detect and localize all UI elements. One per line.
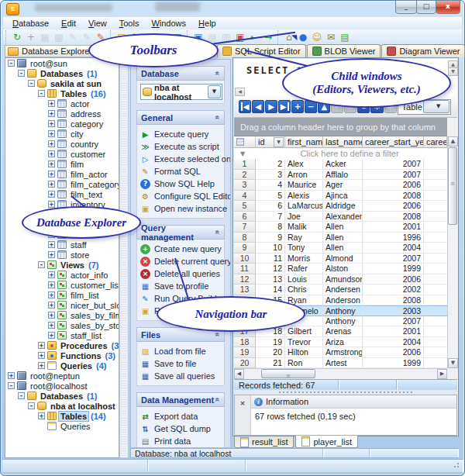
cell-rownum[interactable]: 20 xyxy=(234,358,256,369)
resize-grip[interactable] xyxy=(452,462,459,469)
export-icon[interactable]: ▤ xyxy=(338,31,352,44)
cell-first-name[interactable]: Gilbert xyxy=(285,326,323,337)
scroll-right-button[interactable]: ▶ xyxy=(437,369,447,379)
cell-first-name[interactable]: Ron xyxy=(285,358,323,369)
cell-first-name[interactable]: Maurice xyxy=(285,180,323,191)
nav-item-configure-sql-editor[interactable]: ⚙Configure SQL Editor xyxy=(140,190,222,202)
tree-item-film[interactable]: +film xyxy=(5,159,119,169)
tree-expander[interactable]: + xyxy=(48,130,55,137)
cell-last-name[interactable]: Artest xyxy=(323,358,363,369)
tree-item-sales-by-store[interactable]: +sales_by_store xyxy=(5,320,119,330)
menu-item-windows[interactable]: Windows xyxy=(145,18,192,29)
cell-career-start-year[interactable]: 2004 xyxy=(363,337,424,348)
tree-item-customer-list[interactable]: +customer_list xyxy=(5,280,119,290)
scroll-up-button[interactable]: ▲ xyxy=(448,136,458,147)
tree-expander[interactable]: + xyxy=(48,140,55,147)
nav-item-export-data[interactable]: ⇄Export data xyxy=(140,410,222,423)
tree-expander[interactable]: + xyxy=(48,281,55,288)
cell-first-name[interactable]: Alex xyxy=(285,159,323,170)
tree-expander[interactable]: + xyxy=(48,312,55,319)
cell-career-extra[interactable] xyxy=(424,191,447,202)
cell-last-name[interactable]: Ariza xyxy=(323,337,363,348)
tree-expander[interactable]: - xyxy=(18,70,25,77)
cell-career-extra[interactable] xyxy=(424,201,447,212)
cell-career-start-year[interactable]: 2002 xyxy=(363,285,424,295)
cell-id[interactable]: 21 xyxy=(256,358,285,369)
nav-item-execute-as-script[interactable]: ≫Execute as script xyxy=(140,140,222,153)
combo-dropdown-button[interactable]: ▼ xyxy=(208,85,221,98)
tree-item-databases[interactable]: -Databases(1) xyxy=(5,68,119,78)
tree-item-queries[interactable]: Queries xyxy=(5,421,119,431)
tab-diagram-viewer[interactable]: Diagram Viewer xyxy=(381,44,465,57)
tree-item-nicer-but-slower-film-[interactable]: +nicer_but_slower_film_ xyxy=(5,300,119,310)
cell-id[interactable]: 4 xyxy=(256,180,285,191)
tree-expander[interactable]: + xyxy=(48,201,55,208)
cell-rownum[interactable]: 2 xyxy=(234,170,256,181)
cell-rownum[interactable]: 9 xyxy=(234,243,256,254)
tree-item-root-localhost[interactable]: -root@localhost xyxy=(5,381,119,391)
minimize-button[interactable]: _ xyxy=(395,0,417,14)
tree-item-staff-list[interactable]: +staff_list xyxy=(5,330,119,340)
collapse-chevron-icon[interactable]: « xyxy=(214,116,222,120)
cell-career-extra[interactable] xyxy=(424,243,447,254)
information-close-button[interactable]: × xyxy=(236,398,249,409)
cell-last-name[interactable]: Andersen xyxy=(323,285,363,295)
cell-career-extra[interactable] xyxy=(424,326,447,337)
cell-first-name[interactable]: Malik xyxy=(285,222,323,233)
query-tab-player_list[interactable]: player_list xyxy=(295,436,358,448)
tree-item-sakila-at-sun[interactable]: -sakila at sun xyxy=(5,78,119,88)
cell-id[interactable]: 7 xyxy=(256,212,285,222)
cell-last-name[interactable]: Armstrong xyxy=(323,347,363,358)
cell-last-name[interactable]: Ager xyxy=(323,180,363,191)
cell-rownum[interactable]: 12 xyxy=(234,274,256,285)
cell-last-name[interactable]: Allen xyxy=(323,222,363,233)
tree-item-film-category[interactable]: +film_category xyxy=(5,179,119,189)
cell-career-start-year[interactable]: 2007 xyxy=(363,159,424,170)
tree-item-queries[interactable]: +Queries(4) xyxy=(5,360,119,371)
cell-last-name[interactable]: Arenas xyxy=(323,326,363,337)
cell-id[interactable]: 2 xyxy=(256,159,285,170)
tree-expander[interactable]: - xyxy=(38,261,45,268)
tree-expander[interactable]: - xyxy=(38,90,45,97)
tree-item-customer[interactable]: +customer xyxy=(5,149,119,159)
tree-item-store[interactable]: +store xyxy=(5,250,119,260)
nav-item-load-from-file[interactable]: ▨Load from file xyxy=(140,345,222,357)
database-combo[interactable]: nba at localhost▼ xyxy=(140,84,222,100)
nav-section-header[interactable]: Database« xyxy=(136,66,225,81)
table-row[interactable]: 45AlexisAjinca2008 xyxy=(234,191,447,202)
table-row[interactable]: 1112RaferAlston1999 xyxy=(234,264,447,274)
editor-scroll-left-button[interactable]: ◀ xyxy=(235,88,245,96)
cell-career-start-year[interactable]: 2006 xyxy=(363,180,424,191)
cell-last-name[interactable]: Alexander xyxy=(323,212,363,222)
cascade-icon[interactable]: ▣ xyxy=(233,31,247,44)
tree-item-staff[interactable]: +staff xyxy=(5,240,119,250)
collapse-chevron-icon[interactable]: « xyxy=(214,71,222,76)
tree-expander[interactable]: + xyxy=(48,271,55,278)
cell-id[interactable]: 10 xyxy=(256,243,285,254)
tree-item-film-text[interactable]: +film_text xyxy=(5,189,119,199)
nav-section-header[interactable]: General« xyxy=(136,110,225,125)
cell-career-extra[interactable] xyxy=(424,170,447,181)
menu-item-tools[interactable]: Tools xyxy=(113,18,146,29)
table-row[interactable]: 1819TrevorAriza2004 xyxy=(234,337,447,348)
cell-first-name[interactable]: Arron xyxy=(285,170,323,181)
mail-icon[interactable]: ✉ xyxy=(324,31,338,44)
cell-career-extra[interactable] xyxy=(424,264,447,274)
cell-career-start-year[interactable]: 2008 xyxy=(363,295,424,306)
cell-id[interactable]: 19 xyxy=(256,337,285,348)
view-mode-dropdown-button[interactable]: ▼ xyxy=(423,100,450,113)
table-row[interactable]: 12AlexAcker2007 xyxy=(234,159,447,170)
cell-id[interactable]: 14 xyxy=(256,285,285,295)
cell-rownum[interactable]: 13 xyxy=(234,285,256,295)
table-row[interactable]: 1011MorrisAlmond2007 xyxy=(234,254,447,264)
cell-id[interactable]: 5 xyxy=(256,191,285,202)
first-record-button[interactable]: ◀ xyxy=(239,100,251,113)
cell-career-extra[interactable] xyxy=(424,358,447,369)
grid-horizontal-scrollbar[interactable]: ◀ ≡ ▶ xyxy=(234,368,447,379)
cell-career-start-year[interactable]: 2004 xyxy=(363,243,424,254)
last-record-button[interactable]: ▶ xyxy=(278,100,291,113)
cell-career-extra[interactable] xyxy=(424,159,447,170)
cell-career-extra[interactable] xyxy=(424,316,447,327)
tree-expander[interactable]: + xyxy=(48,120,55,127)
cell-last-name[interactable]: Afflalo xyxy=(323,170,363,181)
